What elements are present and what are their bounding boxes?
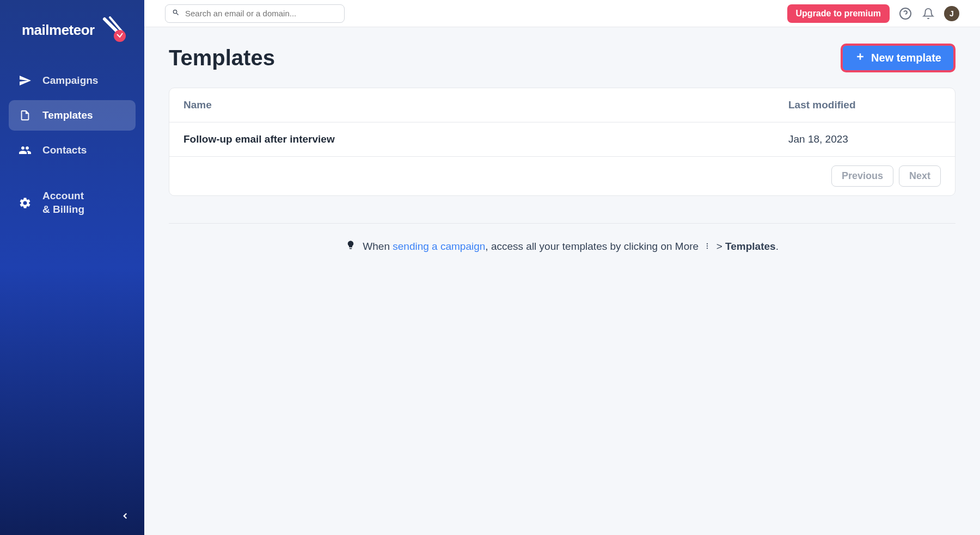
- sending-campaign-link[interactable]: sending a campaign: [393, 241, 485, 252]
- table-header: Name Last modified: [169, 88, 955, 122]
- collapse-sidebar-button[interactable]: [117, 508, 133, 524]
- document-icon: [19, 109, 32, 122]
- search-input[interactable]: [185, 9, 338, 18]
- previous-button[interactable]: Previous: [831, 165, 893, 187]
- brand-name: mailmeteor: [22, 22, 95, 39]
- hint-prefix: When: [363, 241, 393, 252]
- help-icon[interactable]: [898, 7, 912, 21]
- plus-icon: [855, 51, 866, 65]
- hint-target: Templates: [725, 241, 776, 252]
- new-template-button[interactable]: New template: [841, 44, 955, 72]
- bell-icon[interactable]: [921, 7, 935, 21]
- hint-mid: , access all your templates by clicking …: [485, 241, 699, 252]
- hint-suffix: .: [776, 241, 779, 252]
- upgrade-premium-button[interactable]: Upgrade to premium: [787, 4, 890, 23]
- search-icon: [172, 9, 180, 19]
- send-icon: [19, 74, 32, 87]
- templates-table: Name Last modified Follow-up email after…: [169, 88, 955, 196]
- meteor-icon: [99, 16, 126, 44]
- next-button[interactable]: Next: [899, 165, 941, 187]
- svg-point-7: [707, 248, 708, 249]
- sidebar-item-label: Templates: [42, 109, 93, 121]
- sidebar-item-label: Contacts: [42, 144, 87, 156]
- nav-spacer: [9, 170, 136, 181]
- topbar: Upgrade to premium J: [144, 0, 980, 27]
- hint-chevron: >: [716, 241, 722, 252]
- template-name: Follow-up email after interview: [183, 133, 788, 145]
- svg-point-0: [114, 30, 126, 42]
- people-icon: [19, 144, 32, 157]
- more-vertical-icon: [703, 241, 711, 253]
- brand-logo[interactable]: mailmeteor: [0, 0, 144, 65]
- sidebar-item-campaigns[interactable]: Campaigns: [9, 65, 136, 96]
- content-area: Templates New template Name Last modifie…: [144, 27, 980, 535]
- sidebar-item-contacts[interactable]: Contacts: [9, 135, 136, 165]
- table-row[interactable]: Follow-up email after interview Jan 18, …: [169, 122, 955, 157]
- search-box[interactable]: [165, 4, 345, 23]
- avatar[interactable]: J: [944, 6, 959, 21]
- hint-text: When sending a campaign, access all your…: [169, 223, 955, 253]
- lightbulb-icon: [346, 241, 358, 252]
- column-header-name: Name: [183, 99, 788, 111]
- new-template-label: New template: [871, 52, 941, 64]
- sidebar-item-label: Account & Billing: [42, 189, 84, 216]
- page-title: Templates: [169, 46, 275, 70]
- template-modified-date: Jan 18, 2023: [788, 133, 941, 145]
- gear-icon: [19, 196, 32, 210]
- main-area: Upgrade to premium J Templates New templ…: [144, 0, 980, 535]
- svg-point-6: [707, 245, 708, 247]
- sidebar: mailmeteor Campaigns Templates: [0, 0, 144, 535]
- page-header: Templates New template: [169, 44, 955, 72]
- nav-list: Campaigns Templates Contacts Account & B…: [0, 65, 144, 229]
- sidebar-item-label: Campaigns: [42, 75, 98, 87]
- table-footer: Previous Next: [169, 157, 955, 195]
- sidebar-item-templates[interactable]: Templates: [9, 100, 136, 131]
- svg-point-5: [707, 243, 708, 244]
- sidebar-item-account-billing[interactable]: Account & Billing: [9, 181, 136, 225]
- column-header-modified: Last modified: [788, 99, 941, 111]
